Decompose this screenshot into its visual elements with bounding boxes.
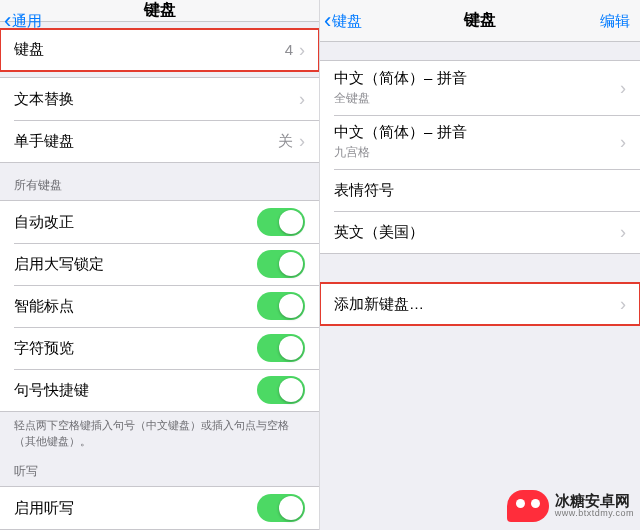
enable-dictation-toggle[interactable] bbox=[257, 494, 305, 522]
edit-label: 编辑 bbox=[600, 12, 630, 31]
keyboards-count: 4 bbox=[285, 41, 293, 58]
chevron-right-icon: › bbox=[299, 41, 305, 59]
keyboard-item[interactable]: 中文（简体）– 拼音 全键盘 › bbox=[320, 61, 640, 115]
nav-title-left: 键盘 bbox=[144, 0, 176, 21]
enable-dictation-row[interactable]: 启用听写 bbox=[0, 487, 319, 529]
char-preview-row[interactable]: 字符预览 bbox=[0, 327, 319, 369]
caps-lock-row[interactable]: 启用大写锁定 bbox=[0, 243, 319, 285]
char-preview-label: 字符预览 bbox=[14, 339, 74, 358]
add-new-keyboard-row[interactable]: 添加新键盘… › bbox=[320, 283, 640, 325]
auto-correct-toggle[interactable] bbox=[257, 208, 305, 236]
caps-lock-label: 启用大写锁定 bbox=[14, 255, 104, 274]
keyboard-item-sub: 九宫格 bbox=[334, 144, 467, 161]
section-dictation: 听写 bbox=[0, 459, 319, 486]
keyboard-item-label: 中文（简体）– 拼音 bbox=[334, 69, 467, 88]
keyboard-item-label: 英文（美国） bbox=[334, 223, 424, 242]
chevron-right-icon: › bbox=[299, 90, 305, 108]
keyboard-item-sub: 全键盘 bbox=[334, 90, 467, 107]
period-shortcut-toggle[interactable] bbox=[257, 376, 305, 404]
add-new-keyboard-label: 添加新键盘… bbox=[334, 295, 424, 314]
keyboard-item[interactable]: 英文（美国） › bbox=[320, 211, 640, 253]
keyboard-item[interactable]: 中文（简体）– 拼音 九宫格 › bbox=[320, 115, 640, 169]
one-handed-label: 单手键盘 bbox=[14, 132, 74, 151]
edit-button[interactable]: 编辑 bbox=[600, 0, 630, 42]
keyboards-label: 键盘 bbox=[14, 40, 44, 59]
chevron-right-icon: › bbox=[620, 295, 626, 313]
watermark-logo-icon bbox=[507, 490, 549, 522]
keyboards-list-screen: ‹ 键盘 键盘 编辑 中文（简体）– 拼音 全键盘 › 中文（简体）– 拼音 九… bbox=[320, 0, 640, 530]
enable-dictation-label: 启用听写 bbox=[14, 499, 74, 518]
chevron-left-icon: ‹ bbox=[324, 10, 331, 32]
auto-correct-row[interactable]: 自动改正 bbox=[0, 201, 319, 243]
back-button-keyboard[interactable]: ‹ 键盘 bbox=[324, 0, 362, 42]
back-label: 键盘 bbox=[332, 12, 362, 31]
smart-punct-toggle[interactable] bbox=[257, 292, 305, 320]
smart-punct-row[interactable]: 智能标点 bbox=[0, 285, 319, 327]
installed-keyboards-group: 中文（简体）– 拼音 全键盘 › 中文（简体）– 拼音 九宫格 › 表情符号 英… bbox=[320, 60, 640, 254]
one-handed-keyboard-row[interactable]: 单手键盘 关 › bbox=[0, 120, 319, 162]
watermark-url: www.btxtdmy.com bbox=[555, 509, 634, 519]
period-shortcut-label: 句号快捷键 bbox=[14, 381, 89, 400]
settings-keyboard-screen: ‹ 通用 键盘 键盘 4 › 文本替换 › 单手键盘 bbox=[0, 0, 320, 530]
keyboard-item-label: 中文（简体）– 拼音 bbox=[334, 123, 467, 142]
text-replacement-label: 文本替换 bbox=[14, 90, 74, 109]
watermark: 冰糖安卓网 www.btxtdmy.com bbox=[507, 490, 634, 522]
keyboards-row[interactable]: 键盘 4 › bbox=[0, 29, 319, 71]
nav-title-right: 键盘 bbox=[464, 10, 496, 31]
chevron-right-icon: › bbox=[620, 223, 626, 241]
text-replacement-row[interactable]: 文本替换 › bbox=[0, 78, 319, 120]
smart-punct-label: 智能标点 bbox=[14, 297, 74, 316]
navbar-right: ‹ 键盘 键盘 编辑 bbox=[320, 0, 640, 42]
keyboard-item-emoji[interactable]: 表情符号 bbox=[320, 169, 640, 211]
period-shortcut-footer: 轻点两下空格键插入句号（中文键盘）或插入句点与空格（其他键盘）。 bbox=[0, 412, 319, 459]
auto-correct-label: 自动改正 bbox=[14, 213, 74, 232]
section-all-keyboards: 所有键盘 bbox=[0, 163, 319, 200]
chevron-right-icon: › bbox=[620, 79, 626, 97]
chevron-right-icon: › bbox=[299, 132, 305, 150]
period-shortcut-row[interactable]: 句号快捷键 bbox=[0, 369, 319, 411]
chevron-right-icon: › bbox=[620, 133, 626, 151]
watermark-title: 冰糖安卓网 bbox=[555, 493, 634, 510]
caps-lock-toggle[interactable] bbox=[257, 250, 305, 278]
one-handed-value: 关 bbox=[278, 132, 293, 151]
keyboard-item-label: 表情符号 bbox=[334, 181, 394, 200]
char-preview-toggle[interactable] bbox=[257, 334, 305, 362]
navbar-left: ‹ 通用 键盘 bbox=[0, 0, 319, 22]
